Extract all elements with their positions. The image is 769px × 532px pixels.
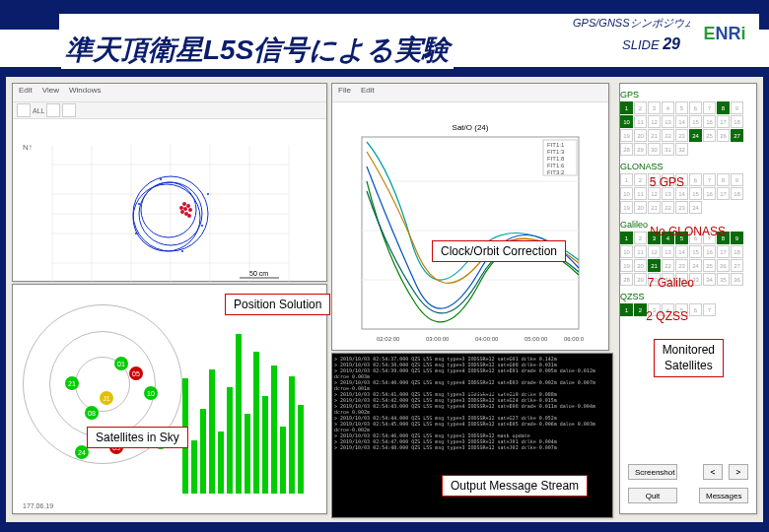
- prn-cell[interactable]: 2: [634, 101, 647, 114]
- prn-cell[interactable]: 9: [731, 232, 743, 244]
- satellite-dot[interactable]: 08: [85, 406, 99, 420]
- prn-cell[interactable]: 16: [703, 245, 716, 258]
- prn-cell[interactable]: 15: [689, 115, 702, 128]
- prn-cell[interactable]: 2: [634, 303, 647, 316]
- prn-cell[interactable]: 36: [731, 273, 743, 286]
- prn-cell[interactable]: 26: [717, 129, 730, 142]
- prn-cell[interactable]: 1: [620, 101, 633, 114]
- prn-cell[interactable]: 6: [689, 173, 702, 186]
- prn-cell[interactable]: 1: [620, 173, 633, 186]
- prn-cell[interactable]: 16: [703, 115, 716, 128]
- prn-cell[interactable]: 31: [662, 143, 674, 156]
- prn-cell[interactable]: 27: [731, 129, 743, 142]
- sky-plot-panel[interactable]: 01081024270305J121 177.06.19: [12, 284, 327, 514]
- prn-cell[interactable]: 34: [703, 273, 716, 286]
- prn-cell[interactable]: 16: [703, 187, 716, 200]
- prn-cell[interactable]: 28: [620, 143, 633, 156]
- prn-cell[interactable]: 23: [675, 259, 688, 272]
- satellite-dot[interactable]: J1: [100, 391, 113, 405]
- prn-cell[interactable]: 17: [717, 187, 730, 200]
- prn-cell[interactable]: 29: [634, 273, 647, 286]
- quit-button[interactable]: Quit: [628, 488, 677, 503]
- satellite-dot[interactable]: 10: [144, 386, 158, 400]
- prn-cell[interactable]: 2: [634, 173, 647, 186]
- prn-cell[interactable]: 18: [731, 245, 743, 258]
- prn-cell[interactable]: 21: [648, 129, 661, 142]
- screenshot-button[interactable]: Screenshot: [628, 464, 677, 480]
- prn-cell[interactable]: 11: [634, 187, 647, 200]
- zoom-icon[interactable]: [46, 103, 60, 117]
- prn-cell[interactable]: 7: [703, 101, 716, 114]
- position-solution-panel[interactable]: Edit View Windows ALL N↑: [12, 83, 327, 282]
- prn-cell[interactable]: 24: [689, 129, 702, 142]
- prev-button[interactable]: <: [703, 464, 723, 480]
- satellite-dot[interactable]: 21: [65, 376, 79, 390]
- prn-cell[interactable]: 19: [620, 201, 633, 214]
- prn-cell[interactable]: 11: [634, 115, 647, 128]
- prn-cell[interactable]: 13: [662, 245, 674, 258]
- prn-cell[interactable]: 18: [731, 187, 743, 200]
- prn-cell[interactable]: 23: [675, 201, 688, 214]
- prn-cell[interactable]: 10: [620, 115, 633, 128]
- prn-cell[interactable]: 14: [675, 245, 688, 258]
- prn-cell[interactable]: 12: [648, 245, 661, 258]
- prn-cell[interactable]: 26: [717, 259, 730, 272]
- prn-cell[interactable]: 3: [648, 101, 661, 114]
- prn-cell[interactable]: 24: [689, 259, 702, 272]
- prn-cell[interactable]: 27: [731, 259, 743, 272]
- prn-cell[interactable]: 29: [634, 143, 647, 156]
- prn-cell[interactable]: 30: [648, 143, 661, 156]
- prn-cell[interactable]: 10: [620, 245, 633, 258]
- prn-cell[interactable]: 22: [662, 259, 674, 272]
- pos-menubar[interactable]: Edit View Windows: [13, 84, 326, 102]
- prn-cell[interactable]: 13: [662, 115, 674, 128]
- monitored-satellites-panel[interactable]: GPS1234567891011121314151617181920212223…: [619, 83, 757, 514]
- prn-cell[interactable]: 19: [620, 129, 633, 142]
- clock-orbit-panel[interactable]: FileEdit Sat/O (24) 02:02:0003:00:0004:0…: [331, 83, 609, 351]
- prn-cell[interactable]: 28: [620, 273, 633, 286]
- prn-cell[interactable]: 15: [689, 187, 702, 200]
- prn-cell[interactable]: 15: [689, 245, 702, 258]
- prn-cell[interactable]: 7: [703, 173, 716, 186]
- grid-icon[interactable]: [17, 103, 31, 117]
- prn-cell[interactable]: 23: [675, 129, 688, 142]
- prn-cell[interactable]: 32: [675, 143, 688, 156]
- prn-cell[interactable]: 5: [675, 101, 688, 114]
- prn-cell[interactable]: 25: [703, 259, 716, 272]
- prn-cell[interactable]: 7: [703, 303, 716, 316]
- prn-cell[interactable]: 8: [717, 173, 730, 186]
- prn-cell[interactable]: 18: [731, 115, 743, 128]
- prn-cell[interactable]: 14: [675, 115, 688, 128]
- prn-cell[interactable]: 8: [717, 101, 730, 114]
- satellite-dot[interactable]: 01: [114, 357, 128, 370]
- prn-cell[interactable]: 19: [620, 259, 633, 272]
- prn-cell[interactable]: 22: [662, 129, 674, 142]
- prn-cell[interactable]: 20: [634, 201, 647, 214]
- clk-menubar[interactable]: FileEdit: [332, 84, 608, 102]
- prn-cell[interactable]: 6: [689, 101, 702, 114]
- prn-cell[interactable]: 20: [634, 259, 647, 272]
- prn-cell[interactable]: 17: [717, 115, 730, 128]
- prn-cell[interactable]: 1: [620, 232, 633, 244]
- prn-cell[interactable]: 20: [634, 129, 647, 142]
- messages-button[interactable]: Messages: [699, 488, 748, 503]
- prn-cell[interactable]: 22: [662, 201, 674, 214]
- prn-cell[interactable]: 9: [731, 173, 743, 186]
- prn-cell[interactable]: 10: [620, 187, 633, 200]
- satellite-dot[interactable]: 05: [129, 366, 143, 380]
- prn-cell[interactable]: 1: [620, 303, 633, 316]
- prn-cell[interactable]: 4: [662, 101, 674, 114]
- prn-cell[interactable]: 12: [648, 115, 661, 128]
- prn-cell[interactable]: 24: [689, 201, 702, 214]
- prn-cell[interactable]: 2: [634, 232, 647, 244]
- prn-cell[interactable]: 35: [717, 273, 730, 286]
- prn-cell[interactable]: 17: [717, 245, 730, 258]
- prn-cell[interactable]: 25: [703, 129, 716, 142]
- prn-cell[interactable]: 6: [689, 303, 702, 316]
- prn-cell[interactable]: 11: [634, 245, 647, 258]
- pos-toolbar[interactable]: ALL: [13, 102, 326, 119]
- next-button[interactable]: >: [729, 464, 748, 480]
- save-icon[interactable]: [62, 103, 76, 117]
- prn-cell[interactable]: 21: [648, 201, 661, 214]
- prn-cell[interactable]: 21: [648, 259, 661, 272]
